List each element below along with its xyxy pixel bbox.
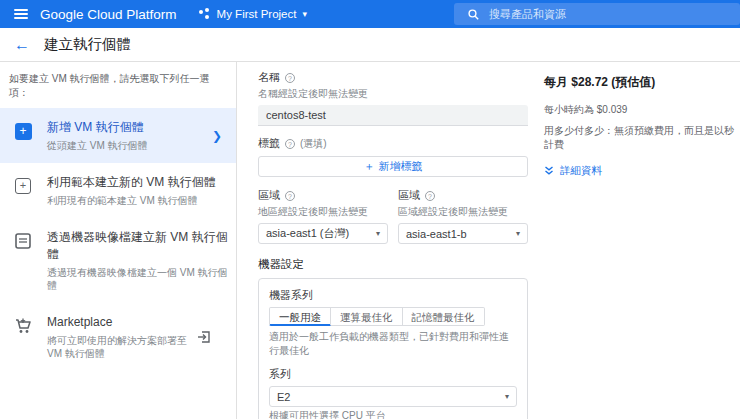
sidebar-item-title: 新增 VM 執行個體 (47, 119, 212, 135)
machine-config-box: 機器系列 一般用途 運算最佳化 記憶體最佳化 適用於一般工作負載的機器類型，已針… (258, 278, 528, 419)
chevron-down-icon: ▾ (505, 392, 509, 401)
pricing-panel: 每月 $28.72 (預估值) 每小時約為 $0.039 用多少付多少：無須預繳… (544, 70, 740, 419)
chevron-down-icon: ▾ (376, 229, 380, 238)
project-selector[interactable]: My First Project ▾ (199, 8, 307, 20)
tab-compute-optimized[interactable]: 運算最佳化 (331, 307, 403, 326)
sidebar-item-marketplace[interactable]: Marketplace 將可立即使用的解決方案部署至 VM 執行個體 (0, 303, 236, 371)
page-header: ← 建立執行個體 (0, 28, 740, 62)
monthly-estimate: 每月 $28.72 (預估值) (544, 74, 740, 91)
sidebar-item-machine-image[interactable]: 透過機器映像檔建立新 VM 執行個體 透過現有機器映像檔建立一個 VM 執行個體 (0, 218, 236, 302)
tab-memory-optimized[interactable]: 記憶體最佳化 (403, 307, 485, 326)
main-form: 名稱 ? 名稱經設定後即無法變更 標籤 ? (選填) ＋ 新增標籤 (237, 62, 740, 419)
top-bar: Google Cloud Platform My First Project ▾… (0, 0, 740, 28)
series-label: 系列 (269, 367, 291, 382)
create-options-sidebar: 如要建立 VM 執行個體，請先選取下列任一選項： + 新增 VM 執行個體 從頭… (0, 62, 237, 419)
region-helper: 地區經設定後即無法變更 (258, 205, 388, 219)
machine-family-tabs: 一般用途 運算最佳化 記憶體最佳化 (269, 307, 517, 326)
labels-label: 標籤 (258, 136, 280, 151)
machine-image-icon (13, 231, 33, 251)
search-placeholder: 搜尋產品和資源 (489, 7, 566, 22)
brand-logo[interactable]: Google Cloud Platform (40, 7, 177, 22)
chevron-down-icon: ▾ (516, 229, 520, 238)
help-icon[interactable]: ? (425, 191, 435, 201)
zone-label: 區域 (398, 188, 420, 203)
sidebar-item-title: 透過機器映像檔建立新 VM 執行個體 (47, 229, 228, 261)
region-select[interactable]: asia-east1 (台灣) ▾ (258, 223, 388, 244)
menu-icon[interactable] (6, 9, 36, 19)
series-value: E2 (277, 391, 290, 403)
cart-icon (13, 316, 33, 336)
labels-optional: (選填) (300, 137, 327, 151)
page-title: 建立執行個體 (44, 35, 131, 54)
project-name: My First Project (217, 8, 297, 20)
zone-value: asia-east1-b (406, 228, 467, 240)
name-label: 名稱 (258, 70, 280, 85)
machine-family-label: 機器系列 (269, 288, 313, 303)
sidebar-item-from-template[interactable]: + 利用範本建立新的 VM 執行個體 利用現有的範本建立 VM 執行個體 (0, 163, 236, 218)
zone-helper: 區域經設定後即無法變更 (398, 205, 528, 219)
name-field[interactable] (258, 105, 528, 126)
sidebar-intro: 如要建立 VM 執行個體，請先選取下列任一選項： (0, 72, 236, 108)
hourly-estimate: 每小時約為 $0.039 (544, 103, 740, 117)
zone-select[interactable]: asia-east1-b ▾ (398, 223, 528, 244)
double-chevron-down-icon (544, 166, 554, 176)
help-icon[interactable]: ? (285, 73, 295, 83)
deploy-icon (197, 330, 211, 344)
region-label: 區域 (258, 188, 280, 203)
search-input[interactable]: 搜尋產品和資源 (454, 3, 740, 25)
plus-icon: ＋ (364, 159, 375, 174)
billing-note: 用多少付多少：無須預繳費用，而且是以秒計費 (544, 124, 740, 152)
sidebar-item-subtitle: 透過現有機器映像檔建立一個 VM 執行個體 (47, 266, 228, 292)
sidebar-item-subtitle: 從頭建立 VM 執行個體 (47, 139, 212, 152)
sidebar-item-new-vm[interactable]: + 新增 VM 執行個體 從頭建立 VM 執行個體 ❯ (0, 108, 236, 163)
tab-general-purpose[interactable]: 一般用途 (269, 307, 331, 326)
search-icon (468, 9, 479, 20)
back-arrow-icon[interactable]: ← (14, 36, 30, 54)
gcp-create-instance-page: Google Cloud Platform My First Project ▾… (0, 0, 740, 419)
machine-family-helper: 適用於一般工作負載的機器類型，已針對費用和彈性進行最佳化 (269, 330, 517, 358)
series-helper: 根據可用性選擇 CPU 平台 (269, 409, 517, 419)
pricing-details-link[interactable]: 詳細資料 (544, 164, 740, 178)
help-icon[interactable]: ? (285, 191, 295, 201)
name-helper: 名稱經設定後即無法變更 (258, 87, 528, 101)
new-vm-icon: + (13, 121, 33, 141)
help-icon[interactable]: ? (285, 139, 295, 149)
sidebar-item-subtitle: 將可立即使用的解決方案部署至 VM 執行個體 (47, 334, 197, 360)
machine-config-title: 機器設定 (258, 257, 528, 272)
chevron-right-icon: ❯ (212, 129, 222, 143)
series-select[interactable]: E2 ▾ (269, 386, 517, 407)
chevron-down-icon: ▾ (302, 9, 307, 19)
template-icon: + (13, 176, 33, 196)
add-label-button[interactable]: ＋ 新增標籤 (258, 156, 528, 177)
region-value: asia-east1 (台灣) (266, 226, 349, 241)
sidebar-item-title: Marketplace (47, 314, 197, 330)
sidebar-item-subtitle: 利用現有的範本建立 VM 執行個體 (47, 194, 228, 207)
sidebar-item-title: 利用範本建立新的 VM 執行個體 (47, 174, 228, 190)
project-icon (199, 8, 211, 20)
